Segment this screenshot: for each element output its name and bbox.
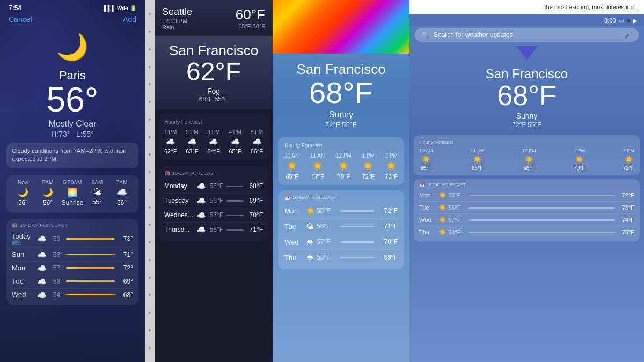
p4-hourly: Hourly Forecast 10 AM ☀️ 65°F 11 AM ☀️ 6… [414, 135, 640, 175]
cancel-button[interactable]: Cancel [9, 15, 32, 24]
temp-bar [66, 267, 115, 269]
p2-hourly-label: Hourly Forecast [164, 119, 263, 125]
p4-condition: Sunny [418, 112, 635, 120]
p4-hour-12pm: 12 PM ☀️ 68°F [522, 148, 536, 171]
hourly-items: Now 🌙 56° 5AM 🌙 56° 5:50AM 🌅 Sunrise 6AM… [12, 180, 133, 206]
p4-triangle [409, 44, 644, 62]
hour-6am: 6AM 🌤 55° [86, 180, 108, 206]
p4-hour-10am: 10 AM ☀️ 65°F [419, 148, 433, 171]
temp-bar [66, 294, 115, 295]
p3-hourly-label: Hourly Forecast [284, 143, 398, 149]
p3-forecast-wed: Wed 🌧 57°F 70°F [284, 234, 398, 250]
seattle-section: Seattle 12:00 PM Rain 60°F 65°F 50°F [155, 0, 273, 36]
forecast-header: 📅 10-DAY FORECAST [12, 223, 133, 228]
temperature: 56° [0, 83, 145, 117]
p3-hour-11am: 11 AM ☀️ 67°F [310, 153, 325, 180]
weather-alert: Cloudy conditions from 7AM–2PM, with rai… [6, 143, 138, 168]
p2-hour-3pm: 3 PM ☁️ 64°F [207, 129, 219, 154]
p3-hourly: Hourly Forecast 10 AM ☀️ 65°F 11 AM ☀️ 6… [278, 137, 404, 185]
battery-icon: 🔋 [130, 5, 136, 11]
p3-forecast-thu: Thu 🌧 58°F 69°F [284, 250, 398, 265]
sf-temp: 62°F [162, 59, 265, 85]
p4-forecast-mon: Mon ☀️ 55°F 72°F [419, 189, 634, 202]
panel-divider [145, 0, 155, 362]
hour-7am: 7AM ☁️ 56° [111, 180, 133, 206]
forecast-row-tue: Tue ☁️ 56° 69° [12, 275, 133, 289]
p3-10day-header: 📅 10-DAY FORECAST [284, 195, 398, 200]
sf-main-section: San Francisco 62°F Fog 68°F 55°F [155, 36, 273, 109]
p2-hourly-items: 1 PM ☁️ 62°F 2 PM ☁️ 63°F 3 PM ☁️ 64°F 4… [164, 129, 263, 154]
p4-hour-2pm: 2 PM ☀️ 72°F [623, 148, 634, 171]
p4-search-bar[interactable]: 🔍 Search for weather updates 🎤 [415, 28, 639, 42]
temp-bar [66, 254, 115, 255]
panel-ios-dark: 7:54 ▌▌▌ WiFi 🔋 Cancel Add 🌙 Paris 56° M… [0, 0, 145, 362]
triangle-shape [516, 46, 538, 60]
seattle-condition: Rain [162, 24, 192, 31]
p4-battery-icon: ▭ ◾ ▶ [619, 18, 638, 24]
p4-10day: 📅 10 DAY FORECAST Mon ☀️ 55°F 72°F Tue ☀… [414, 179, 640, 241]
forecast-row-mon: Mon ☁️ 57° 72° [12, 262, 133, 275]
p4-forecast-tue: Tue ☀️ 56°F 73°F [419, 202, 634, 214]
panel-blue-sf: San Francisco 68°F Sunny 72°F 55°F Hourl… [273, 0, 409, 362]
hourly-forecast: Now 🌙 56° 5AM 🌙 56° 5:50AM 🌅 Sunrise 6AM… [6, 175, 138, 213]
forecast-row-wed: Wed ☁️ 54° 68° [12, 289, 133, 301]
p4-status-time: 8:00 [604, 17, 616, 24]
nav-bar: Cancel Add [0, 14, 145, 28]
mic-icon: 🎤 [624, 31, 632, 39]
p3-hour-10am: 10 AM ☀️ 65°F [284, 153, 299, 180]
p4-hour-1pm: 1 PM ☀️ 70°F [574, 148, 585, 171]
status-time: 7:54 [9, 4, 21, 12]
seattle-city: Seattle [162, 6, 192, 18]
p2-forecast-tuesday: Tuesday ☁️ 56°F 69°F [164, 194, 263, 208]
p2-hour-4pm: 4 PM ☁️ 65°F [229, 129, 241, 154]
p2-forecast-thursday: Thursd... ☁️ 58°F 71°F [164, 223, 263, 237]
hour-550am: 5:50AM 🌅 Sunrise [61, 180, 84, 206]
p4-forecast-wed: Wed ☀️ 57°F 74°F [419, 214, 634, 226]
hour-now: Now 🌙 56° [12, 180, 34, 206]
seattle-temp: 60°F [236, 6, 265, 23]
p4-sf-main: San Francisco 68°F Sunny 72°F 55°F [409, 62, 644, 133]
temp-bar [66, 238, 115, 240]
add-button[interactable]: Add [123, 15, 136, 24]
panel-android-weather: the most exciting, most interesting... 8… [409, 0, 644, 362]
search-icon: 🔍 [421, 31, 429, 39]
sf-city: San Francisco [162, 42, 265, 59]
p4-forecast-thu: Thu ☀️ 58°F 75°F [419, 226, 634, 238]
panel-ios-seattle-sf: Seattle 12:00 PM Rain 60°F 65°F 50°F San… [155, 0, 273, 362]
p3-hour-2pm: 2 PM ☀️ 73°F [385, 153, 398, 180]
p4-hourly-label: Hourly Forecast [419, 139, 634, 145]
p4-top-text: the most exciting, most interesting... [409, 0, 644, 14]
status-icons: ▌▌▌ WiFi 🔋 [104, 5, 136, 11]
p4-city: San Francisco [418, 67, 635, 82]
seattle-time: 12:00 PM [162, 18, 192, 24]
p4-status-bar: 8:00 ▭ ◾ ▶ [409, 14, 644, 26]
p3-forecast-mon: Mon ☀️ 55°F 72°F [284, 203, 398, 219]
p3-hilo: 72°F 55°F [281, 121, 401, 129]
p3-hourly-items: 10 AM ☀️ 65°F 11 AM ☀️ 67°F 12 PM ☀️ 70°… [284, 153, 398, 180]
p4-search-text: Search for weather updates [434, 31, 513, 39]
high-low: H:73° L:55° [0, 130, 145, 138]
sf-condition: Fog [162, 87, 265, 95]
condition: Mostly Clear [0, 119, 145, 129]
forecast-row-sun: Sun ☁️ 58° 71° [12, 248, 133, 262]
p4-status-icons: ▭ ◾ ▶ [619, 18, 638, 24]
p3-forecast-tue: Tue 🌤 56°F 71°F [284, 219, 398, 234]
temp-bar [66, 280, 115, 282]
p2-forecast-monday: Monday ☁️ 55°F 68°F [164, 179, 263, 194]
p3-condition: Sunny [281, 110, 401, 120]
sf-hilo: 68°F 55°F [162, 95, 265, 103]
p3-sf-main: San Francisco 68°F Sunny 72°F 55°F [273, 54, 409, 134]
p3-hour-1pm: 1 PM ☀️ 72°F [362, 153, 375, 180]
p2-hour-2pm: 2 PM ☁️ 63°F [186, 129, 198, 154]
p2-10day-header: 📅 10-DAY FORECAST [164, 171, 263, 176]
p4-temp: 68°F [418, 82, 635, 109]
p2-forecast-wednesday: Wednes... ☁️ 57°F 70°F [164, 208, 263, 223]
p4-hourly-items: 10 AM ☀️ 65°F 11 AM ☀️ 66°F 12 PM ☀️ 68°… [419, 148, 634, 171]
moon-icon: 🌙 [0, 32, 145, 62]
p2-hourly: Hourly Forecast 1 PM ☁️ 62°F 2 PM ☁️ 63°… [159, 114, 268, 160]
p4-10day-header: 📅 10 DAY FORECAST [419, 182, 634, 187]
top-image [273, 0, 409, 54]
p3-temp: 68°F [281, 78, 401, 108]
p3-10day: 📅 10-DAY FORECAST Mon ☀️ 55°F 72°F Tue 🌤… [278, 190, 404, 269]
p2-hour-1pm: 1 PM ☁️ 62°F [164, 129, 177, 154]
